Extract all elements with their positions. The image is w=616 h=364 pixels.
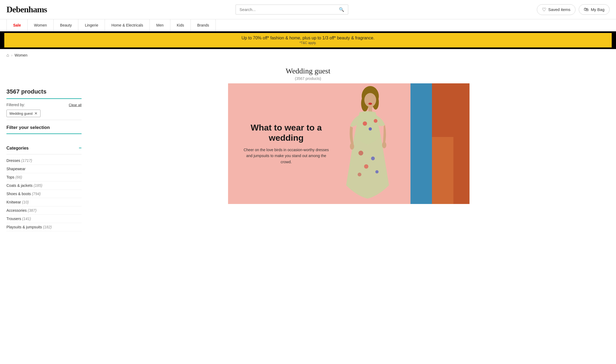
category-count: (794) — [32, 192, 41, 196]
page-title: Wedding guest — [0, 67, 616, 75]
list-item[interactable]: Knitwear (10) — [6, 198, 82, 206]
svg-point-16 — [364, 164, 368, 169]
breadcrumb-current: Women — [14, 53, 27, 57]
nav-item-men[interactable]: Men — [150, 19, 170, 31]
svg-rect-3 — [432, 137, 453, 204]
search-bar[interactable]: 🔍 — [236, 5, 348, 14]
breadcrumb-separator: › — [11, 53, 13, 57]
list-item[interactable]: Coats & jackets (185) — [6, 181, 82, 190]
hero-title: What to wear to a wedding — [241, 122, 332, 143]
hero-description: Cheer on the love birds in occasion-wort… — [241, 147, 332, 165]
category-count: (182) — [43, 225, 52, 229]
breadcrumb: ⌂ › Women — [0, 49, 616, 61]
bag-icon: 🛍 — [584, 7, 589, 12]
main-layout: 3567 products Filtered by: Clear all Wed… — [0, 83, 616, 231]
saved-items-label: Saved items — [548, 7, 571, 12]
header-actions: ♡ Saved items 🛍 My Bag — [537, 4, 610, 15]
sidebar: 3567 products Filtered by: Clear all Wed… — [6, 83, 82, 231]
logo[interactable]: Debenhams — [6, 5, 47, 14]
svg-point-15 — [371, 157, 375, 160]
list-item[interactable]: Shoes & boots (794) — [6, 190, 82, 198]
filter-section-title: Filter your selection — [6, 125, 82, 134]
list-item[interactable]: Accessories (387) — [6, 206, 82, 215]
svg-point-19 — [350, 143, 354, 150]
filter-tag-label: Wedding guest — [9, 112, 33, 116]
nav-item-brands[interactable]: Brands — [191, 19, 216, 31]
my-bag-button[interactable]: 🛍 My Bag — [579, 4, 610, 15]
filtered-by-header: Filtered by: Clear all — [6, 103, 82, 107]
banner-inner: Up to 70% off* fashion & home, plus up t… — [4, 33, 612, 47]
svg-point-18 — [358, 173, 361, 176]
heart-icon: ♡ — [542, 7, 546, 13]
main-nav: Sale Women Beauty Lingerie Home & Electr… — [0, 19, 616, 31]
categories-title: Categories — [6, 146, 29, 151]
nav-item-lingerie[interactable]: Lingerie — [78, 19, 105, 31]
svg-rect-1 — [410, 83, 432, 204]
banner-sub: *T&C apply. — [4, 41, 612, 46]
svg-point-11 — [363, 121, 367, 126]
category-count: (10) — [22, 200, 29, 204]
categories-header[interactable]: Categories − — [6, 142, 82, 154]
nav-item-home-electricals[interactable]: Home & Electricals — [105, 19, 150, 31]
filter-tag-remove-icon[interactable]: ✕ — [34, 111, 38, 116]
category-list: Dresses (1717) Shapewear Tops (66) Coats… — [6, 154, 82, 231]
hero-banner: What to wear to a wedding Cheer on the l… — [88, 83, 610, 204]
list-item[interactable]: Playsuits & jumpsuits (182) — [6, 223, 82, 231]
svg-point-14 — [358, 151, 363, 155]
svg-point-20 — [382, 142, 386, 148]
svg-point-9 — [368, 103, 372, 105]
main-content: What to wear to a wedding Cheer on the l… — [88, 83, 610, 231]
nav-item-sale[interactable]: Sale — [6, 19, 28, 31]
category-count: (387) — [28, 208, 36, 213]
categories-section: Categories − Dresses (1717) Shapewear To… — [6, 139, 82, 231]
search-icon: 🔍 — [339, 7, 344, 12]
svg-point-12 — [369, 127, 372, 131]
banner-text: Up to 70% off* fashion & home, plus up t… — [4, 36, 612, 40]
promo-banner: Up to 70% off* fashion & home, plus up t… — [0, 31, 616, 49]
my-bag-label: My Bag — [591, 7, 604, 12]
category-count: (66) — [15, 175, 22, 179]
clear-all-button[interactable]: Clear all — [69, 103, 82, 107]
search-input[interactable] — [240, 7, 337, 12]
page-title-section: Wedding guest (3567 products) — [0, 61, 616, 83]
filter-section: Filter your selection — [6, 120, 82, 139]
list-item[interactable]: Dresses (1717) — [6, 157, 82, 165]
collapse-icon: − — [79, 145, 82, 151]
list-item[interactable]: Tops (66) — [6, 173, 82, 181]
home-icon[interactable]: ⌂ — [6, 53, 9, 58]
product-count: 3567 products — [6, 83, 82, 99]
category-count: (141) — [22, 217, 31, 221]
category-count: (1717) — [21, 158, 32, 163]
svg-point-17 — [375, 170, 379, 173]
saved-items-button[interactable]: ♡ Saved items — [537, 4, 576, 15]
svg-point-8 — [364, 93, 376, 107]
header: Debenhams 🔍 ♡ Saved items 🛍 My Bag — [0, 0, 616, 19]
list-item[interactable]: Trousers (141) — [6, 215, 82, 223]
filtered-by-section: Filtered by: Clear all Wedding guest ✕ — [6, 99, 82, 120]
svg-point-13 — [374, 119, 377, 123]
active-filter-tag: Wedding guest ✕ — [6, 110, 41, 117]
nav-item-beauty[interactable]: Beauty — [54, 19, 79, 31]
nav-item-women[interactable]: Women — [28, 19, 54, 31]
category-count: (185) — [34, 183, 42, 188]
hero-content: What to wear to a wedding Cheer on the l… — [241, 122, 332, 165]
nav-item-kids[interactable]: Kids — [170, 19, 191, 31]
page-subtitle: (3567 products) — [0, 76, 616, 81]
filtered-by-label: Filtered by: — [6, 103, 25, 107]
list-item[interactable]: Shapewear — [6, 165, 82, 173]
